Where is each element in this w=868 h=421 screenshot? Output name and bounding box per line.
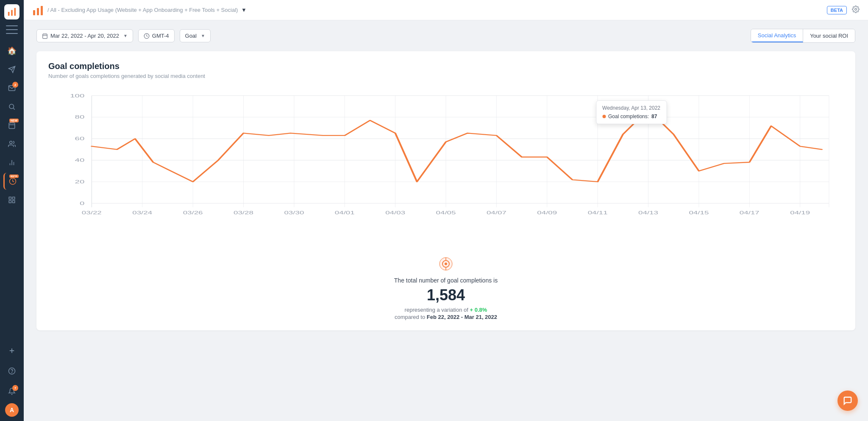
svg-rect-16 bbox=[9, 201, 11, 203]
stats-variation: representing a variation of + 0.8% bbox=[48, 307, 843, 313]
settings-icon[interactable] bbox=[852, 6, 860, 15]
svg-point-3 bbox=[9, 104, 14, 109]
filter-bar: Mar 22, 2022 - Apr 20, 2022 ▼ GMT-4 Goal… bbox=[36, 29, 855, 43]
variation-value: + 0.8% bbox=[470, 307, 487, 313]
audience-icon[interactable] bbox=[3, 136, 20, 152]
svg-rect-23 bbox=[37, 8, 39, 15]
topbar-logo bbox=[32, 4, 44, 16]
chart-svg: 100 80 60 40 20 0 03/22 03/24 03/26 03/2… bbox=[48, 88, 843, 223]
svg-line-4 bbox=[13, 108, 14, 109]
roi-icon[interactable]: BETA bbox=[3, 173, 20, 190]
svg-text:04/07: 04/07 bbox=[487, 210, 506, 216]
beta-badge: BETA bbox=[827, 6, 847, 14]
inbox-icon[interactable]: 2 bbox=[3, 80, 20, 97]
goal-value: Goal bbox=[185, 33, 197, 39]
goal-chevron-icon: ▼ bbox=[201, 33, 205, 38]
date-range-filter[interactable]: Mar 22, 2022 - Apr 20, 2022 ▼ bbox=[36, 29, 133, 42]
calendar-badge: NEW bbox=[9, 119, 19, 122]
goal-filter[interactable]: Goal ▼ bbox=[180, 29, 211, 42]
comparison-dates: Feb 22, 2022 - Mar 21, 2022 bbox=[427, 314, 497, 320]
notifications-badge: 7 bbox=[12, 385, 18, 391]
svg-text:03/24: 03/24 bbox=[132, 210, 152, 216]
plus-icon[interactable] bbox=[3, 342, 20, 359]
svg-text:04/05: 04/05 bbox=[436, 210, 456, 216]
svg-rect-1 bbox=[11, 10, 13, 16]
svg-text:04/03: 04/03 bbox=[385, 210, 405, 216]
svg-rect-2 bbox=[14, 8, 16, 16]
chart-card: Goal completions Number of goals complet… bbox=[36, 51, 855, 330]
your-social-roi-tab[interactable]: Your social ROI bbox=[803, 29, 855, 42]
chart-line bbox=[92, 110, 822, 182]
svg-text:04/19: 04/19 bbox=[790, 210, 810, 216]
home-icon[interactable]: 🏠 bbox=[3, 42, 20, 59]
svg-text:0: 0 bbox=[80, 200, 84, 206]
logo[interactable] bbox=[4, 4, 19, 19]
svg-rect-5 bbox=[9, 123, 15, 129]
help-icon[interactable] bbox=[3, 363, 20, 379]
send-icon[interactable] bbox=[3, 61, 20, 78]
chart-container: 100 80 60 40 20 0 03/22 03/24 03/26 03/2… bbox=[48, 88, 843, 240]
svg-point-9 bbox=[10, 141, 12, 144]
main-area: / All - Excluding App Usage (Website + A… bbox=[24, 0, 868, 421]
inbox-badge: 2 bbox=[12, 82, 18, 88]
svg-text:04/01: 04/01 bbox=[335, 210, 355, 216]
svg-text:04/17: 04/17 bbox=[740, 210, 760, 216]
sidebar-toggle[interactable] bbox=[6, 25, 18, 34]
svg-text:03/30: 03/30 bbox=[284, 210, 304, 216]
variation-prefix: representing a variation of bbox=[405, 307, 468, 313]
svg-text:80: 80 bbox=[75, 114, 85, 120]
media-icon[interactable] bbox=[3, 191, 20, 208]
avatar[interactable]: A bbox=[5, 403, 19, 417]
timezone-value: GMT-4 bbox=[152, 33, 169, 39]
date-chevron-icon: ▼ bbox=[123, 33, 128, 38]
chart-title: Goal completions bbox=[48, 61, 843, 71]
content-area: Mar 22, 2022 - Apr 20, 2022 ▼ GMT-4 Goal… bbox=[24, 20, 868, 421]
svg-text:20: 20 bbox=[75, 179, 85, 185]
svg-rect-17 bbox=[13, 201, 15, 203]
svg-point-76 bbox=[445, 263, 447, 265]
svg-text:100: 100 bbox=[70, 93, 84, 98]
topbar-brand: / All - Excluding App Usage (Website + A… bbox=[32, 4, 247, 16]
timezone-filter[interactable]: GMT-4 bbox=[138, 29, 175, 42]
calendar-icon[interactable]: NEW bbox=[3, 117, 20, 134]
breadcrumb-chevron[interactable]: ▼ bbox=[241, 7, 247, 13]
social-analytics-tab[interactable]: Social Analytics bbox=[751, 29, 803, 42]
analytics-icon[interactable] bbox=[3, 154, 20, 171]
tooltip-marker bbox=[644, 107, 652, 112]
sidebar: 🏠 2 NEW BETA 7 A bbox=[0, 0, 24, 421]
clock-icon bbox=[144, 33, 150, 39]
breadcrumb-text: / All - Excluding App Usage (Website + A… bbox=[47, 7, 238, 13]
svg-rect-15 bbox=[13, 197, 15, 199]
svg-text:04/11: 04/11 bbox=[588, 210, 608, 216]
svg-text:40: 40 bbox=[75, 158, 85, 163]
svg-text:03/28: 03/28 bbox=[234, 210, 253, 216]
search-icon[interactable] bbox=[3, 98, 20, 115]
svg-rect-14 bbox=[9, 197, 11, 199]
svg-text:04/13: 04/13 bbox=[638, 210, 658, 216]
topbar: / All - Excluding App Usage (Website + A… bbox=[24, 0, 868, 20]
comparison-prefix: compared to bbox=[395, 314, 425, 320]
svg-point-25 bbox=[855, 8, 857, 10]
calendar-filter-icon bbox=[42, 33, 48, 39]
svg-rect-0 bbox=[8, 12, 10, 16]
notifications-icon[interactable]: 7 bbox=[3, 383, 20, 400]
svg-rect-26 bbox=[43, 34, 47, 39]
svg-text:03/26: 03/26 bbox=[183, 210, 203, 216]
svg-text:04/09: 04/09 bbox=[537, 210, 557, 216]
stats-label: The total number of goal completions is bbox=[48, 277, 843, 284]
stats-section: The total number of goal completions is … bbox=[48, 253, 843, 320]
svg-rect-22 bbox=[33, 10, 35, 15]
date-range-value: Mar 22, 2022 - Apr 20, 2022 bbox=[50, 33, 119, 39]
svg-rect-24 bbox=[41, 6, 43, 15]
chat-button[interactable] bbox=[837, 391, 858, 411]
roi-badge: BETA bbox=[9, 174, 19, 178]
svg-text:60: 60 bbox=[75, 136, 85, 141]
svg-text:04/15: 04/15 bbox=[689, 210, 709, 216]
svg-text:03/22: 03/22 bbox=[82, 210, 102, 216]
view-tabs: Social Analytics Your social ROI bbox=[751, 29, 855, 43]
stats-comparison: compared to Feb 22, 2022 - Mar 21, 2022 bbox=[48, 314, 843, 320]
breadcrumb: / All - Excluding App Usage (Website + A… bbox=[47, 7, 247, 13]
chart-subtitle: Number of goals completions generated by… bbox=[48, 73, 843, 79]
stats-icon bbox=[48, 257, 843, 274]
stats-number: 1,584 bbox=[48, 286, 843, 304]
